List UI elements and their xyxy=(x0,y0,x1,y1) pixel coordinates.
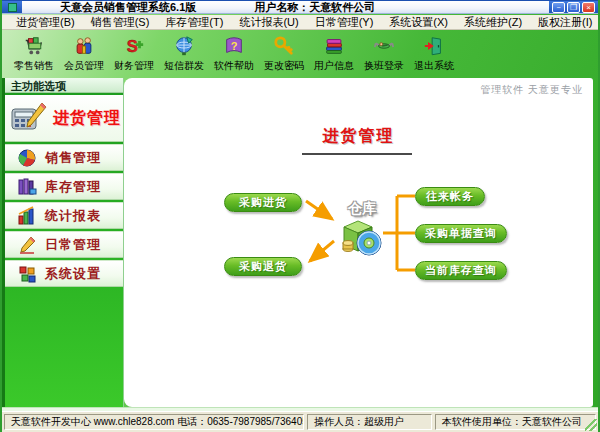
sidebar-filler xyxy=(5,287,123,407)
pencil-icon xyxy=(17,235,37,255)
status-licensee: 本软件使用单位：天意软件公司 xyxy=(435,414,596,430)
svg-text:?: ? xyxy=(231,40,238,52)
member-management-icon xyxy=(73,35,95,57)
restore-button[interactable]: ❐ xyxy=(567,2,580,13)
app-icon xyxy=(8,3,17,12)
sidebar-item-inventory[interactable]: 库存管理 xyxy=(5,173,123,200)
menu-register[interactable]: 版权注册(I) xyxy=(530,15,600,30)
sidebar: 主功能选项 进货管理 xyxy=(2,78,124,407)
app-icon-area xyxy=(2,1,22,13)
finance-icon: S xyxy=(123,35,145,57)
main-area: 主功能选项 进货管理 xyxy=(2,78,598,407)
menu-settings[interactable]: 系统设置(X) xyxy=(381,15,456,30)
sidebar-item-settings[interactable]: 系统设置 xyxy=(5,260,123,287)
change-password-icon xyxy=(273,35,295,57)
app-window: 天意会员销售管理系统6.1版 用户名称：天意软件公司 － ❐ × 进货管理(B)… xyxy=(0,0,600,432)
toolbar: 零售销售 会员管理 S 财务管理 xyxy=(2,30,598,78)
tool-label: 财务管理 xyxy=(114,59,154,73)
tool-label: 用户信息 xyxy=(314,59,354,73)
sidebar-item-daily[interactable]: 日常管理 xyxy=(5,231,123,258)
sidebar-item-label: 日常管理 xyxy=(45,236,101,254)
tool-label: 退出系统 xyxy=(414,59,454,73)
title-underline xyxy=(302,153,412,155)
shift-login-icon xyxy=(373,35,395,57)
page-title: 进货管理 xyxy=(124,126,593,147)
cubes-icon xyxy=(17,264,37,284)
status-developer-info: 天意软件开发中心 www.chle828.com 电话：0635-7987985… xyxy=(4,414,304,430)
purchase-in-button[interactable]: 采购进货 xyxy=(224,193,302,212)
toolbar-retail-sale[interactable]: 零售销售 xyxy=(9,30,59,78)
sidebar-item-sales[interactable]: 销售管理 xyxy=(5,144,123,171)
toolbar-change-password[interactable]: 更改密码 xyxy=(259,30,309,78)
sidebar-header: 主功能选项 xyxy=(5,78,123,93)
minimize-button[interactable]: － xyxy=(552,2,565,13)
user-name-label: 用户名称：天意软件公司 xyxy=(254,0,375,15)
toolbar-finance[interactable]: S 财务管理 xyxy=(109,30,159,78)
tool-label: 换班登录 xyxy=(364,59,404,73)
sidebar-item-label: 统计报表 xyxy=(45,207,101,225)
accounts-button[interactable]: 往来帐务 xyxy=(415,187,485,206)
menu-maintenance[interactable]: 系统维护(Z) xyxy=(456,15,530,30)
status-operator: 操作人员：超级用户 xyxy=(307,414,432,430)
menu-purchase[interactable]: 进货管理(B) xyxy=(8,15,83,30)
tool-label: 更改密码 xyxy=(264,59,304,73)
sidebar-item-label: 系统设置 xyxy=(45,265,101,283)
toolbar-help[interactable]: ? 软件帮助 xyxy=(209,30,259,78)
toolbar-member-management[interactable]: 会员管理 xyxy=(59,30,109,78)
tool-label: 软件帮助 xyxy=(214,59,254,73)
content-panel: 管理软件 天意更专业 进货管理 采购进货 采购退货 xyxy=(124,78,593,407)
menu-sales[interactable]: 销售管理(S) xyxy=(83,15,158,30)
toolbar-sms-broadcast[interactable]: 短信群发 xyxy=(159,30,209,78)
toolbar-exit[interactable]: 退出系统 xyxy=(409,30,459,78)
resize-grip[interactable] xyxy=(585,419,597,431)
menubar: 进货管理(B) 销售管理(S) 库存管理(T) 统计报表(U) 日常管理(Y) … xyxy=(2,15,598,30)
toolbar-shift-login[interactable]: 换班登录 xyxy=(359,30,409,78)
retail-sale-icon xyxy=(23,35,45,57)
purchase-return-button[interactable]: 采购退货 xyxy=(224,257,302,276)
tool-label: 短信群发 xyxy=(164,59,204,73)
help-icon: ? xyxy=(223,35,245,57)
pie-chart-icon xyxy=(17,148,37,168)
current-stock-query-button[interactable]: 当前库存查询 xyxy=(415,261,507,280)
sidebar-item-purchase-active[interactable]: 进货管理 xyxy=(5,95,123,142)
books-icon xyxy=(17,177,37,197)
bar-chart-icon xyxy=(17,206,37,226)
tool-label: 零售销售 xyxy=(14,59,54,73)
slogan-text: 管理软件 天意更专业 xyxy=(480,83,583,97)
calculator-pencil-icon xyxy=(9,101,47,135)
sidebar-active-label: 进货管理 xyxy=(53,108,121,129)
user-info-icon xyxy=(323,35,345,57)
menu-reports[interactable]: 统计报表(U) xyxy=(231,15,306,30)
sidebar-item-reports[interactable]: 统计报表 xyxy=(5,202,123,229)
window-controls: － ❐ × xyxy=(549,1,598,13)
sidebar-item-label: 库存管理 xyxy=(45,178,101,196)
exit-icon xyxy=(423,35,445,57)
sidebar-item-label: 销售管理 xyxy=(45,149,101,167)
sms-broadcast-icon xyxy=(173,35,195,57)
close-button[interactable]: × xyxy=(582,2,595,13)
statusbar: 天意软件开发中心 www.chle828.com 电话：0635-7987985… xyxy=(2,411,598,432)
window-title: 天意会员销售管理系统6.1版 xyxy=(60,0,196,15)
warehouse-icon xyxy=(336,215,384,261)
menu-daily[interactable]: 日常管理(Y) xyxy=(307,15,382,30)
purchase-doc-query-button[interactable]: 采购单据查询 xyxy=(415,224,507,243)
menu-inventory[interactable]: 库存管理(T) xyxy=(157,15,231,30)
toolbar-user-info[interactable]: 用户信息 xyxy=(309,30,359,78)
titlebar-text: 天意会员销售管理系统6.1版 用户名称：天意软件公司 xyxy=(22,1,549,13)
titlebar: 天意会员销售管理系统6.1版 用户名称：天意软件公司 － ❐ × xyxy=(2,0,598,14)
tool-label: 会员管理 xyxy=(64,59,104,73)
